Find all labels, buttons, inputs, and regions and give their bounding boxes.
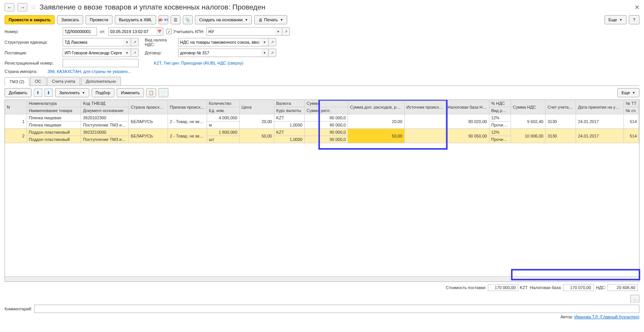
reg-label: Регистрационный номер: (5, 61, 60, 65)
horizontal-scrollbar[interactable] (5, 276, 639, 281)
col-doc[interactable]: Документ-основание (81, 107, 129, 114)
dropdown-icon[interactable]: ▾ (261, 38, 269, 46)
move-up-button[interactable]: ⬆ (34, 89, 42, 97)
post-button[interactable]: Провести (85, 15, 112, 24)
col-country[interactable]: Страна происхождения (129, 100, 168, 114)
col-currency[interactable]: Валюта (274, 100, 304, 107)
col-sum-regl[interactable]: Сумма регл. (304, 107, 348, 114)
from-label: от: (100, 29, 105, 34)
nav-back-button[interactable]: ← (5, 3, 14, 11)
col-date-acc[interactable]: Дата принятия на учет (576, 100, 624, 114)
more-button[interactable]: Еще▼ (604, 15, 627, 24)
help-button[interactable]: ? (629, 15, 639, 24)
delivery-currency: KZT (520, 285, 528, 290)
number-input[interactable] (63, 27, 97, 36)
move-down-button[interactable]: ⬇ (44, 89, 53, 97)
col-tt[interactable]: № ТТ (623, 100, 639, 107)
open-icon[interactable]: ↗ (131, 49, 139, 57)
number-label: Номер: (5, 29, 60, 34)
supplier-label: Поставщик: (5, 51, 60, 55)
col-vat-real[interactable]: Вид реализации (НДС) (489, 107, 511, 114)
tab-additional[interactable]: Дополнительно (81, 77, 121, 85)
vat-type-label: Вид налога НДС: (145, 38, 175, 47)
attach-icon[interactable]: 📎 (183, 15, 193, 24)
country-link[interactable]: 398, КАЗАХСТАН, для страны не указано... (47, 69, 131, 74)
open-icon[interactable]: ↗ (269, 38, 276, 46)
vat-value: 20 408,40 (608, 284, 638, 291)
col-extra[interactable]: Сумма доп. расходов, регл. (348, 100, 405, 114)
comment-label: Комментарий: (5, 307, 32, 311)
col-tnved[interactable]: Код ТНВЭД (81, 100, 129, 107)
col-vat-sum[interactable]: Сумма НДС (511, 100, 545, 114)
col-source[interactable]: Источник происхождения (404, 100, 446, 114)
struct-input[interactable] (63, 38, 123, 46)
col-sch[interactable]: № сч (623, 107, 639, 114)
date-input[interactable] (108, 27, 156, 36)
add-row-button[interactable]: Добавить (5, 88, 32, 97)
kpn-label: Учитывать КПН (173, 29, 204, 34)
col-tax-base[interactable]: Налоговая база НДС (446, 100, 489, 114)
delivery-label: Стоимость поставки: (446, 285, 486, 290)
create-based-on-button[interactable]: Создать на основании▼ (195, 15, 252, 24)
report-icon[interactable]: ☰ (171, 15, 180, 24)
col-name[interactable]: Наименование товара (27, 107, 81, 114)
col-account[interactable]: Счет учета НДС (546, 100, 576, 114)
tab-tmz[interactable]: ТМЗ (2) (5, 77, 29, 86)
close-icon[interactable]: ✕ (635, 4, 639, 11)
kpn-select[interactable] (206, 27, 275, 36)
base-value: 170 070,00 (563, 284, 594, 291)
open-icon[interactable]: ↗ (282, 27, 290, 36)
export-xml-button[interactable]: Выгрузить в XML (115, 15, 156, 24)
select-button[interactable]: Подбор (92, 88, 115, 97)
tab-os[interactable]: ОС (30, 77, 46, 85)
col-rate[interactable]: Курс валюты (274, 107, 304, 114)
open-icon[interactable]: ↗ (269, 49, 276, 57)
expand-button[interactable]: ... (630, 295, 639, 302)
col-unit[interactable]: Ед. изм. (207, 107, 239, 114)
table-row[interactable]: 1 Пленка пищевая 3920102300 БЕЛАРУСЬ 2 -… (5, 114, 639, 122)
author-label: Автор: (560, 315, 573, 319)
col-qty[interactable]: Количество (207, 100, 239, 107)
table-row[interactable]: 2 Поддон пластиковый 3923210000 БЕЛАРУСЬ… (5, 129, 639, 136)
open-icon[interactable]: ↗ (131, 38, 139, 46)
col-sum[interactable]: Сумма (304, 100, 348, 107)
calendar-icon[interactable]: 📅 (156, 27, 163, 36)
dropdown-icon[interactable]: ▾ (261, 49, 269, 57)
supplier-input[interactable] (63, 49, 123, 57)
tab-accounts[interactable]: Счета учета (47, 77, 80, 85)
reg-input[interactable] (63, 59, 139, 67)
page-title: Заявление о ввозе товаров и уплате косве… (40, 3, 265, 11)
post-and-close-button[interactable]: Провести и закрыть (5, 15, 55, 24)
save-button[interactable]: Записать (57, 15, 83, 24)
contract-input[interactable] (178, 49, 261, 57)
delivery-value: 170 000,00 (488, 284, 518, 291)
struct-label: Структурная единица: (5, 40, 60, 44)
vat-type-input[interactable] (178, 38, 261, 46)
nav-forward-button[interactable]: → (17, 3, 27, 11)
price-info-link[interactable]: KZT, Тип цен: Приходная (RUB), НДС (свер… (154, 61, 243, 65)
fill-button[interactable]: Заполнить▼ (55, 88, 89, 97)
kpn-checkbox[interactable]: ✓ (166, 29, 172, 34)
paste-icon[interactable]: 📄 (158, 88, 168, 97)
dropdown-icon[interactable]: ▾ (123, 38, 131, 46)
contract-label: Договор: (145, 51, 175, 55)
comment-input[interactable] (34, 305, 639, 313)
author-link[interactable]: Иванова Т.Р. (Главный бухгалтер) (574, 315, 640, 319)
print-button[interactable]: 🖨 Печать▼ (254, 15, 287, 24)
dropdown-icon[interactable]: ▾ (123, 49, 131, 57)
data-table-wrap: N Номенклатура Код ТНВЭД Страна происхож… (5, 100, 639, 282)
col-attr[interactable]: Признак происхождения (168, 100, 207, 114)
copy-icon[interactable]: 📋 (146, 88, 156, 97)
col-nomen[interactable]: Номенклатура (27, 100, 81, 107)
edit-button[interactable]: Изменить (117, 88, 144, 97)
debit-credit-icon[interactable]: ДтКт (158, 15, 168, 24)
vat-label: НДС: (596, 285, 606, 290)
country-label: Страна импорта: (5, 69, 44, 74)
active-cell[interactable]: 50,00 (348, 129, 405, 143)
table-more-button[interactable]: Еще▼ (617, 88, 639, 97)
col-price[interactable]: Цена (239, 100, 274, 114)
col-n[interactable]: N (5, 100, 27, 114)
col-vat-pct[interactable]: % НДС (489, 100, 511, 107)
dropdown-icon[interactable]: ▾ (275, 27, 282, 36)
favorite-icon[interactable]: ☆ (30, 3, 36, 11)
